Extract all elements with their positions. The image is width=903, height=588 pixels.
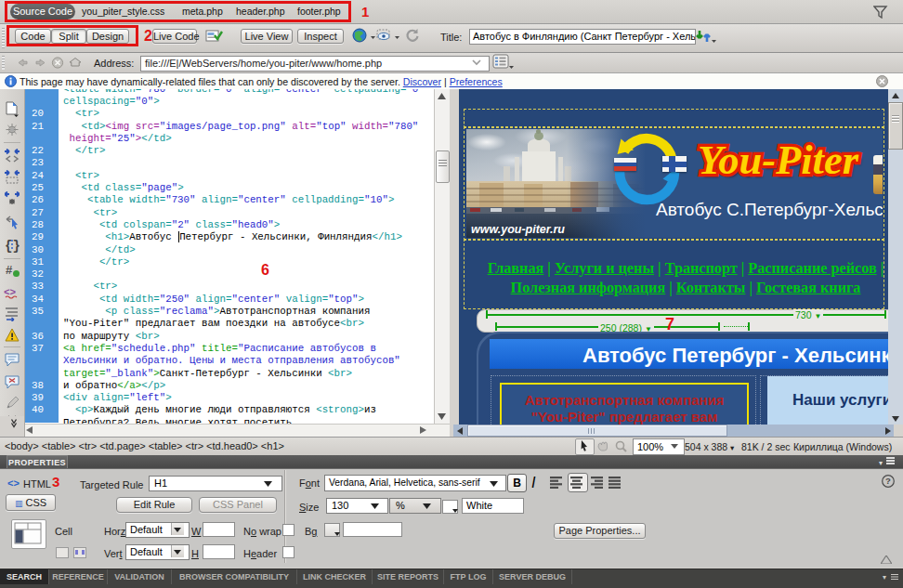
svg-text:#: # (6, 263, 13, 277)
svg-text:?: ? (885, 476, 891, 486)
